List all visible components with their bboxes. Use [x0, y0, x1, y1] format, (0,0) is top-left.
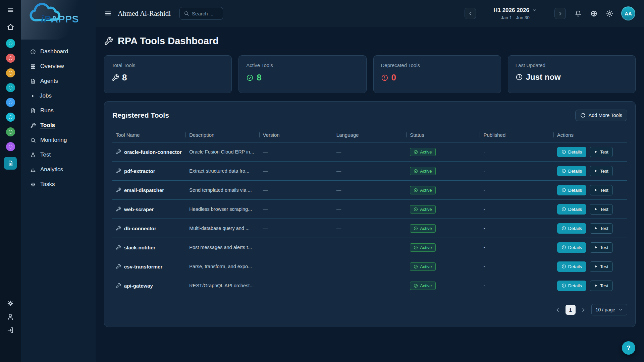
stat-card-active-tools: Active Tools 8 — [238, 55, 366, 93]
stat-label: Active Tools — [246, 62, 359, 68]
rail-icon-runs[interactable] — [6, 98, 15, 107]
table-row: slack-notifier Post messages and alerts … — [112, 238, 627, 257]
sidebar-item-overview[interactable]: Overview — [21, 59, 96, 74]
chevron-right-icon — [557, 11, 563, 16]
sidebar-item-test[interactable]: Test — [21, 147, 96, 162]
info-icon — [561, 226, 566, 231]
search-box[interactable] — [179, 7, 223, 20]
pagination-page-1[interactable]: 1 — [566, 305, 576, 315]
tool-description: Extract structured data fro... — [186, 168, 259, 174]
test-button[interactable]: Test — [590, 147, 613, 157]
hamburger-icon[interactable] — [7, 7, 14, 14]
sidebar-item-analytics[interactable]: Analytics — [21, 162, 96, 177]
rail-icon-analytics[interactable] — [6, 142, 15, 151]
settings-gear-icon[interactable] — [7, 300, 14, 307]
stat-card-last-updated: Last Updated Just now — [508, 55, 636, 93]
sidebar-item-dashboard[interactable]: Dashboard — [21, 44, 96, 59]
tool-description: Send templated emails via ... — [186, 187, 259, 193]
tool-wrench-icon — [116, 283, 121, 288]
test-button[interactable]: Test — [590, 204, 613, 215]
clock-icon — [516, 73, 523, 81]
status-text: Active — [420, 169, 432, 174]
tool-description: Headless browser scraping... — [186, 206, 259, 212]
test-button[interactable]: Test — [590, 281, 613, 291]
home-icon[interactable] — [7, 23, 14, 31]
page-size-select[interactable]: 10 / page — [591, 304, 627, 315]
tool-name: pdf-extractor — [124, 168, 155, 174]
details-button[interactable]: Details — [557, 223, 586, 234]
tool-version: — — [260, 149, 333, 155]
sidebar-item-label: Dashboard — [40, 48, 68, 55]
rail-icon-jobs[interactable] — [6, 83, 15, 92]
help-button[interactable]: ? — [622, 341, 635, 355]
period-title: H1 2026 2026 — [493, 7, 529, 14]
details-button[interactable]: Details — [557, 185, 586, 195]
table-body: oracle-fusion-connector Oracle Fusion Cl… — [112, 142, 627, 295]
logo-text: iPAPPS — [41, 13, 79, 25]
user-avatar[interactable]: AA — [621, 6, 635, 20]
details-button[interactable]: Details — [557, 166, 586, 176]
chevron-left-icon — [468, 11, 473, 16]
hamburger-icon[interactable] — [104, 10, 112, 17]
chevron-down-icon — [618, 307, 623, 312]
tool-name: web-scraper — [124, 206, 154, 212]
brand-logo: iPAPPS — [21, 0, 96, 40]
language-globe-icon[interactable] — [590, 10, 597, 17]
wrench-icon — [112, 74, 119, 81]
status-badge: Active — [410, 262, 435, 271]
details-button[interactable]: Details — [557, 281, 586, 291]
details-button[interactable]: Details — [557, 147, 586, 157]
add-more-tools-button[interactable]: Add More Tools — [575, 110, 627, 121]
details-button[interactable]: Details — [557, 204, 586, 215]
flask-icon — [30, 152, 36, 158]
rail-icon-dashboard[interactable] — [6, 39, 15, 48]
info-icon — [561, 169, 566, 173]
registered-tools-panel: Registered Tools Add More Tools Tool Nam… — [104, 101, 636, 327]
column-header-actions: Actions — [554, 128, 627, 142]
test-button[interactable]: Test — [590, 223, 613, 234]
tool-wrench-icon — [116, 226, 121, 231]
pagination-next-icon[interactable] — [580, 307, 587, 313]
period-next-button[interactable] — [554, 8, 566, 19]
status-text: Active — [420, 188, 432, 193]
stat-value: 0 — [391, 72, 396, 83]
test-button[interactable]: Test — [590, 242, 613, 253]
theme-sun-icon[interactable] — [606, 10, 613, 17]
status-badge: Active — [410, 205, 435, 214]
chevron-down-icon — [532, 8, 537, 13]
tool-name: csv-transformer — [124, 264, 162, 269]
rail-icon-test[interactable] — [6, 127, 15, 136]
rail-icon-monitoring[interactable] — [6, 113, 15, 122]
tool-published: - — [480, 187, 553, 193]
logout-icon[interactable] — [7, 326, 14, 334]
details-button[interactable]: Details — [557, 242, 586, 253]
info-icon — [561, 188, 566, 192]
sidebar-item-jobs[interactable]: Jobs — [21, 88, 96, 103]
tool-version: — — [260, 264, 333, 269]
search-input[interactable] — [192, 11, 219, 16]
tool-version: — — [260, 206, 333, 212]
test-button[interactable]: Test — [590, 185, 613, 195]
tool-description: Oracle Fusion Cloud ERP in... — [186, 149, 259, 155]
sidebar-item-agents[interactable]: Agents — [21, 74, 96, 88]
sidebar-item-tools[interactable]: Tools — [21, 118, 96, 133]
status-badge: Active — [410, 186, 435, 194]
pagination-prev-icon[interactable] — [554, 307, 561, 313]
sidebar-item-runs[interactable]: Runs — [21, 103, 96, 118]
table-row: email-dispatcher Send templated emails v… — [112, 181, 627, 200]
notifications-bell-icon[interactable] — [575, 10, 582, 17]
details-button[interactable]: Details — [557, 261, 586, 272]
profile-icon[interactable] — [7, 313, 14, 320]
period-prev-button[interactable] — [465, 8, 476, 19]
period-selector[interactable]: H1 2026 2026 Jan 1 - Jun 30 — [493, 7, 537, 20]
rail-icon-agents[interactable] — [6, 68, 15, 77]
test-button[interactable]: Test — [590, 166, 613, 176]
test-button[interactable]: Test — [590, 261, 613, 272]
tool-language: — — [333, 245, 407, 250]
sidebar-item-tasks[interactable]: Tasks — [21, 177, 96, 192]
sidebar-item-monitoring[interactable]: Monitoring — [21, 133, 96, 147]
rail-icon-active-tasks[interactable] — [4, 157, 17, 170]
tool-wrench-icon — [116, 245, 121, 250]
check-circle-icon — [414, 226, 418, 231]
rail-icon-overview[interactable] — [6, 54, 15, 63]
